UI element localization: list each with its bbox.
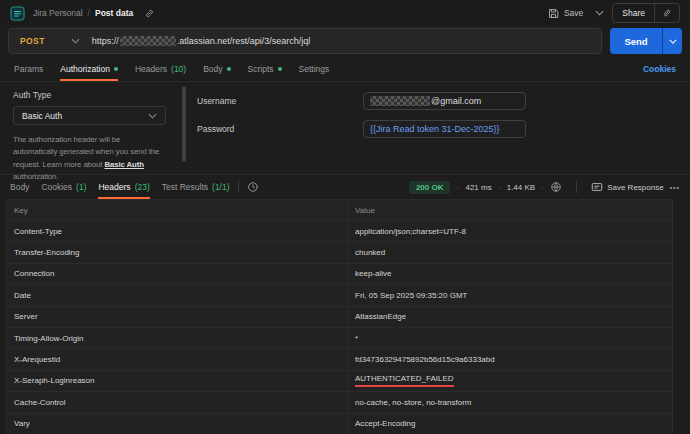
request-tab-body[interactable]: Body (203, 56, 230, 81)
auth-type-label: Auth Type (13, 90, 166, 100)
header-value-cell: fd34736329475892b56d15c9a6333abd (348, 349, 672, 369)
auth-type-panel: Auth Type Basic Auth The authorization h… (0, 82, 178, 174)
breadcrumb-workspace[interactable]: Jira Personal (33, 8, 83, 18)
send-button-group: Send (610, 28, 682, 54)
header-value-text: Accept-Encoding (355, 419, 415, 428)
send-button[interactable]: Send (610, 28, 662, 54)
username-visible-text: @gmail.com (431, 96, 481, 106)
header-value-text: Fri, 05 Sep 2025 09:35:20 GMT (355, 291, 468, 300)
postman-window: Jira Personal / Post data Save Share (0, 0, 690, 434)
header-value-text: application/json;charset=UTF-8 (355, 227, 466, 236)
credentials-panel: Username @gmail.com Password {{Jira Read… (190, 82, 690, 174)
share-link-icon[interactable] (655, 4, 679, 22)
breadcrumb-request-name[interactable]: Post data (95, 8, 133, 18)
table-row: Transfer-Encodingchunked (6, 242, 673, 263)
username-row: Username @gmail.com (190, 92, 690, 110)
chevron-down-icon (669, 39, 677, 44)
request-url-row: POST https:// .atlassian.net/rest/api/3/… (0, 26, 690, 56)
request-tab-settings-label: Settings (299, 64, 330, 74)
panel-scrollbar[interactable] (178, 82, 190, 174)
auth-type-select[interactable]: Basic Auth (13, 106, 166, 125)
request-tab-settings[interactable]: Settings (299, 56, 330, 81)
url-input[interactable]: https:// .atlassian.net/rest/api/3/searc… (92, 36, 311, 46)
green-dot-icon (278, 67, 282, 71)
column-header-value: Value (348, 200, 672, 220)
method-selector[interactable]: POST (9, 36, 92, 46)
header-key-cell: Transfer-Encoding (7, 242, 348, 262)
header-value-text: chunked (355, 248, 385, 257)
more-options-button[interactable]: ••• (670, 184, 680, 191)
password-input[interactable]: {{Jira Read token 31-Dec-2025}} (363, 120, 526, 138)
header-key-cell: Vary (7, 414, 348, 434)
workspace-icon[interactable] (10, 6, 25, 21)
header-value-cell: chunked (348, 242, 672, 262)
response-time: 421 ms (465, 183, 491, 192)
history-icon[interactable] (247, 181, 259, 193)
response-tabs-divider (238, 181, 239, 193)
save-response-label: Save Response (607, 183, 663, 192)
column-header-key: Key (7, 200, 348, 220)
request-tabs: ParamsAuthorizationHeaders(10)BodyScript… (14, 56, 329, 81)
request-tab-body-label: Body (203, 64, 222, 74)
header-value-cell: Accept-Encoding (348, 414, 672, 434)
green-dot-icon (114, 67, 118, 71)
header-value-cell: keep-alive (348, 264, 672, 284)
table-row: X-Seraph-LoginreasonAUTHENTICATED_FAILED (6, 371, 673, 392)
table-header-row: Key Value (6, 200, 673, 221)
response-tab-test-results[interactable]: Test Results(1/1) (162, 175, 230, 199)
auth-type-value: Basic Auth (22, 111, 62, 121)
password-row: Password {{Jira Read token 31-Dec-2025}} (190, 120, 690, 138)
network-info-icon[interactable] (550, 181, 562, 193)
cookies-link[interactable]: Cookies (643, 64, 676, 74)
basic-auth-link[interactable]: Basic Auth (104, 160, 143, 169)
header-value-cell: AUTHENTICATED_FAILED (348, 371, 672, 391)
header-value-cell: application/json;charset=UTF-8 (348, 221, 672, 241)
request-tab-scripts[interactable]: Scripts (248, 56, 282, 81)
request-tab-headers-label: Headers (135, 64, 167, 74)
separator-dot: · (541, 182, 544, 192)
method-label: POST (20, 36, 45, 46)
green-dot-icon (227, 67, 231, 71)
request-tab-params-label: Params (14, 64, 43, 74)
save-response-button[interactable]: Save Response (591, 181, 663, 193)
password-variable-text: {{Jira Read token 31-Dec-2025}} (370, 124, 500, 134)
password-label: Password (190, 124, 363, 134)
header-key-cell: X-Seraph-Loginreason (7, 371, 348, 391)
username-redacted-segment (370, 96, 430, 106)
request-tab-authorization[interactable]: Authorization (60, 56, 118, 81)
request-tab-headers[interactable]: Headers(10) (135, 56, 186, 81)
scrollbar-thumb[interactable] (182, 86, 186, 162)
highlighted-header-value: AUTHENTICATED_FAILED (355, 374, 454, 387)
save-options-chevron[interactable] (593, 8, 606, 18)
auth-description-tail: authorization. (13, 172, 58, 181)
save-icon (548, 8, 559, 19)
header-value-cell: * (348, 328, 672, 348)
share-button-group: Share (612, 3, 680, 23)
share-button[interactable]: Share (613, 8, 654, 18)
auth-description: The authorization header will be automat… (13, 134, 166, 184)
response-meta: 200 OK · 421 ms · 1.44 KB · Save Respons… (409, 181, 680, 194)
header-value-text: no-cache, no-store, no-transform (355, 398, 472, 407)
save-button[interactable]: Save (544, 5, 587, 22)
username-input[interactable]: @gmail.com (363, 92, 526, 110)
request-tabs-bar: ParamsAuthorizationHeaders(10)BodyScript… (0, 56, 690, 82)
request-tab-params[interactable]: Params (14, 56, 43, 81)
response-tab-test-results-label: Test Results (162, 182, 208, 192)
copy-link-icon[interactable] (144, 8, 155, 19)
request-tab-authorization-label: Authorization (60, 64, 110, 74)
table-row: Content-Typeapplication/json;charset=UTF… (6, 221, 673, 242)
url-input-group: POST https:// .atlassian.net/rest/api/3/… (8, 28, 602, 54)
breadcrumb-separator: / (88, 8, 90, 18)
header-value-text: fd34736329475892b56d15c9a6333abd (355, 355, 495, 364)
request-tab-headers-count: (10) (171, 64, 186, 74)
header-key-cell: Cache-Control (7, 392, 348, 412)
url-path: .atlassian.net/rest/api/3/search/jql (177, 36, 311, 46)
separator-dot: · (456, 182, 459, 192)
chevron-down-icon (71, 38, 80, 44)
header-key-cell: Date (7, 285, 348, 305)
header-key-cell: Server (7, 307, 348, 327)
header-key-cell: Content-Type (7, 221, 348, 241)
table-row: Cache-Controlno-cache, no-store, no-tran… (6, 392, 673, 413)
response-headers-table: Key Value Content-Typeapplication/json;c… (6, 199, 673, 434)
send-options-button[interactable] (662, 28, 682, 54)
